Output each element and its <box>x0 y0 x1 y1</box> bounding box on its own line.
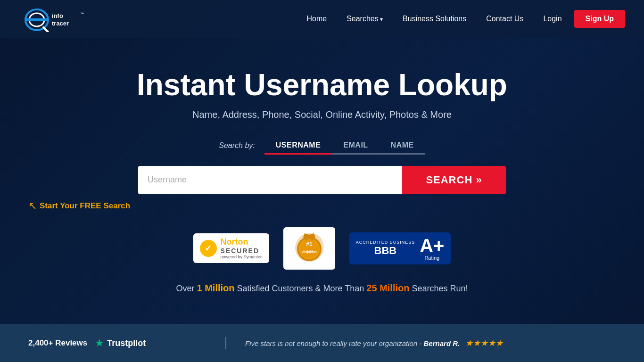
tab-email[interactable]: EMAIL <box>332 137 379 155</box>
svg-line-1 <box>43 27 48 32</box>
nav-searches[interactable]: Searches <box>339 11 390 27</box>
footer-quote-area: Five stars is not enough to really rate … <box>226 338 644 348</box>
logo[interactable]: info tracer ™ <box>19 6 90 32</box>
search-button[interactable]: SEARCH » <box>402 166 506 194</box>
trust-badges: ✓ Norton SECURED powered by Symantec <box>0 227 644 270</box>
trustpilot-star-icon: ★ <box>95 337 104 349</box>
norton-secured-label: SECURED <box>221 247 263 255</box>
search-tabs: Search by: USERNAME EMAIL NAME <box>0 137 644 155</box>
trustpilot-logo: ★ Trustpilot <box>95 337 146 349</box>
search-by-label: Search by: <box>219 141 255 150</box>
footer-author: Bernard R. <box>424 339 460 347</box>
norton-label: Norton <box>221 237 263 247</box>
bbb-left: ACCREDITED BUSINESS BBB <box>356 240 415 257</box>
bbb-grade: A+ <box>420 236 444 255</box>
arrow-icon: ↖ <box>28 200 37 212</box>
svg-text:info: info <box>52 12 63 19</box>
svg-text:#1: #1 <box>306 241 313 247</box>
footer-strip: 2,400+ Reviews ★ Trustpilot Five stars i… <box>0 324 644 362</box>
nav-login[interactable]: Login <box>536 11 569 27</box>
stats-end: Searches Run! <box>412 284 468 293</box>
norton-text: Norton SECURED powered by Symantec <box>221 237 263 259</box>
svg-text:tracer: tracer <box>52 20 69 27</box>
free-search-hint: ↖ Start Your FREE Search <box>28 200 644 212</box>
nav-signup-button[interactable]: Sign Up <box>574 10 625 28</box>
stats-1million: 1 Million <box>197 283 235 293</box>
search-box-row: SEARCH » <box>0 166 644 194</box>
svg-rect-3 <box>25 18 48 21</box>
stats-25million: 25 Million <box>366 283 409 293</box>
svg-text:sitejabber: sitejabber <box>301 250 317 254</box>
bbb-right: A+ Rating <box>420 236 444 261</box>
hero-section: Instant Username Lookup Name, Address, P… <box>0 0 644 324</box>
nav-home[interactable]: Home <box>299 11 334 27</box>
search-input[interactable] <box>138 166 402 194</box>
footer-trustpilot-area: 2,400+ Reviews ★ Trustpilot <box>0 337 226 349</box>
free-search-text[interactable]: Start Your FREE Search <box>40 201 130 211</box>
footer-quote-text: Five stars is not enough to really rate … <box>245 339 421 347</box>
norton-badge: ✓ Norton SECURED powered by Symantec <box>193 233 269 263</box>
footer-reviews-count: 2,400+ Reviews <box>28 338 87 348</box>
bbb-logo-text: BBB <box>374 245 397 257</box>
svg-text:™: ™ <box>80 12 84 16</box>
nav-contact-us[interactable]: Contact Us <box>479 11 531 27</box>
stats-over: Over <box>176 284 194 293</box>
norton-symantec: powered by Symantec <box>221 255 263 259</box>
stats-text: Over 1 Million Satisfied Customers & Mor… <box>0 283 644 294</box>
tab-name[interactable]: NAME <box>380 137 425 155</box>
bbb-badge: ACCREDITED BUSINESS BBB A+ Rating <box>349 232 451 264</box>
bbb-accredited-label: ACCREDITED BUSINESS <box>356 240 415 245</box>
hero-title: Instant Username Lookup <box>0 68 644 101</box>
sitejabber-badge: #1 sitejabber <box>283 227 335 270</box>
sitejabber-medal: #1 sitejabber <box>293 231 326 266</box>
hero-subtitle: Name, Address, Phone, Social, Online Act… <box>0 109 644 120</box>
footer-stars: ★★★★★ <box>465 338 503 348</box>
stats-middle: Satisfied Customers & More Than <box>237 284 364 293</box>
nav-business-solutions[interactable]: Business Solutions <box>395 11 474 27</box>
tab-username[interactable]: USERNAME <box>264 137 332 155</box>
trustpilot-label: Trustpilot <box>107 338 146 348</box>
main-nav: Home Searches Business Solutions Contact… <box>299 10 625 28</box>
norton-check-icon: ✓ <box>200 240 217 257</box>
header: info tracer ™ Home Searches Business Sol… <box>0 0 644 38</box>
hero-content: Instant Username Lookup Name, Address, P… <box>0 68 644 293</box>
